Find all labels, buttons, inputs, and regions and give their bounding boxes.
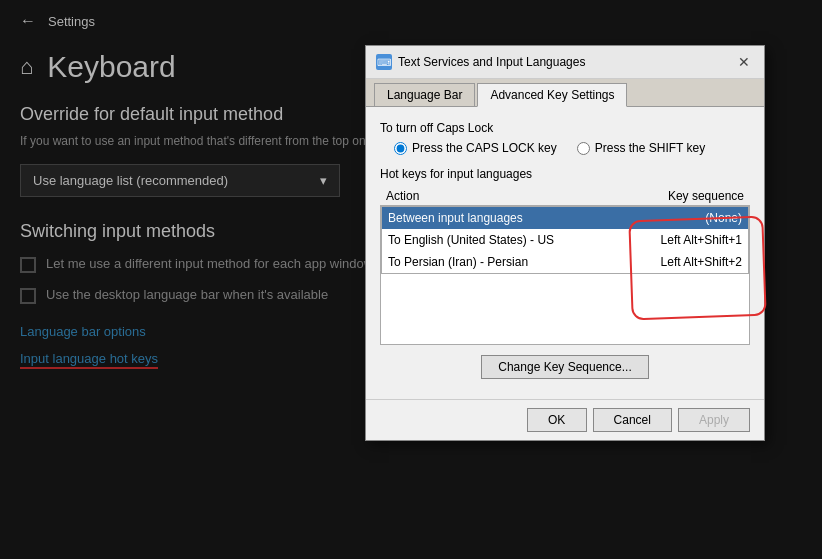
radio-shift-key[interactable]: Press the SHIFT key [577,141,705,155]
row-key-sequence: (None) [622,207,748,230]
table-row[interactable]: To Persian (Iran) - Persian Left Alt+Shi… [382,251,749,274]
row-action: Between input languages [382,207,623,230]
dialog-body: To turn off Caps Lock Press the CAPS LOC… [366,107,764,399]
text-services-dialog: ⌨ Text Services and Input Languages ✕ La… [365,45,765,441]
row-action: To English (United States) - US [382,229,623,251]
ok-button[interactable]: OK [527,408,587,432]
row-action: To Persian (Iran) - Persian [382,251,623,274]
table-row[interactable]: Between input languages (None) [382,207,749,230]
table-row[interactable]: To English (United States) - US Left Alt… [382,229,749,251]
hot-keys-section: Hot keys for input languages Action Key … [380,167,750,379]
tab-advanced-key-settings[interactable]: Advanced Key Settings [477,83,627,107]
radio-caps-lock-key[interactable]: Press the CAPS LOCK key [394,141,557,155]
caps-lock-radio-group: Press the CAPS LOCK key Press the SHIFT … [394,141,750,155]
hot-keys-label: Hot keys for input languages [380,167,750,181]
dialog-app-icon: ⌨ [376,54,392,70]
dialog-close-button[interactable]: ✕ [734,52,754,72]
col-action-header: Action [386,189,419,203]
table-header: Action Key sequence [380,187,750,205]
dialog-footer: OK Cancel Apply [366,399,764,440]
row-key-sequence: Left Alt+Shift+1 [622,229,748,251]
row-key-sequence: Left Alt+Shift+2 [622,251,748,274]
change-key-sequence-button[interactable]: Change Key Sequence... [481,355,648,379]
hot-keys-table-container[interactable]: Between input languages (None) To Englis… [380,205,750,345]
radio-caps-lock-label: Press the CAPS LOCK key [412,141,557,155]
radio-shift-label: Press the SHIFT key [595,141,705,155]
dialog-title-text: Text Services and Input Languages [398,55,585,69]
apply-button[interactable]: Apply [678,408,750,432]
caps-lock-section: To turn off Caps Lock Press the CAPS LOC… [380,121,750,155]
dialog-title-left: ⌨ Text Services and Input Languages [376,54,585,70]
col-key-sequence-header: Key sequence [668,189,744,203]
caps-lock-label: To turn off Caps Lock [380,121,750,135]
tab-language-bar[interactable]: Language Bar [374,83,475,106]
radio-caps-lock-input[interactable] [394,142,407,155]
dialog-tabs: Language Bar Advanced Key Settings [366,79,764,107]
hot-keys-table: Between input languages (None) To Englis… [381,206,749,274]
dialog-titlebar: ⌨ Text Services and Input Languages ✕ [366,46,764,79]
cancel-button[interactable]: Cancel [593,408,672,432]
radio-shift-input[interactable] [577,142,590,155]
